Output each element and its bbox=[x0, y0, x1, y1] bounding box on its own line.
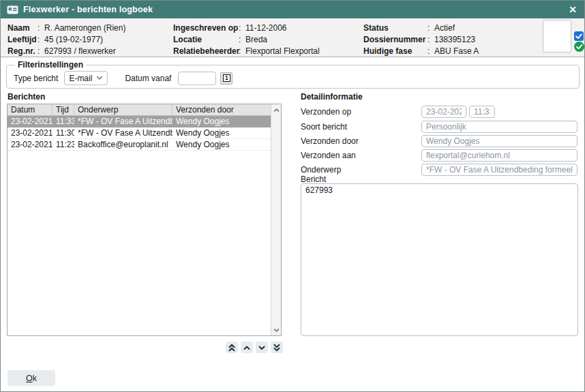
verzonden-op-label: Verzonden op bbox=[301, 107, 421, 117]
column-header-tijd[interactable]: Tijd bbox=[52, 104, 74, 115]
field-value: R. Aamerongen (Rien) bbox=[44, 22, 125, 34]
record-navigation bbox=[226, 342, 283, 353]
green-check-icon bbox=[574, 42, 584, 52]
field-value: Actief bbox=[434, 22, 455, 34]
verzonden-aan-input[interactable] bbox=[421, 149, 578, 162]
field-separator: : bbox=[38, 46, 44, 57]
datum-vanaf-label: Datum vanaf bbox=[125, 74, 171, 83]
ok-button[interactable]: Ok bbox=[7, 370, 55, 386]
header-field-dossiernummer: Dossiernummer : 138395123 bbox=[363, 34, 479, 46]
header-field-naam: Naam : R. Aamerongen (Rien) bbox=[7, 22, 125, 34]
field-separator: : bbox=[427, 34, 434, 46]
ok-button-label: Ok bbox=[7, 374, 55, 383]
field-value: Breda bbox=[245, 34, 267, 46]
table-header-row: Datum Tijd Onderwerp Verzonden door bbox=[7, 104, 271, 116]
field-label: Locatie bbox=[173, 34, 239, 46]
cell-tijd: 11:23 bbox=[52, 139, 74, 150]
header-column-2: Ingeschreven op : 11-12-2006 Locatie : B… bbox=[173, 22, 320, 57]
vertical-scrollbar[interactable] bbox=[271, 104, 281, 335]
photo-placeholder bbox=[543, 20, 571, 52]
next-record-button[interactable] bbox=[256, 342, 268, 353]
verzonden-aan-label: Verzonden aan bbox=[301, 151, 421, 160]
header-column-1: Naam : R. Aamerongen (Rien) Leeftijd : 4… bbox=[7, 22, 125, 57]
contact-card-icon bbox=[7, 5, 18, 14]
calendar-icon[interactable]: 1 bbox=[220, 72, 232, 85]
header-column-3: Status : Actief Dossiernummer : 13839512… bbox=[363, 22, 479, 57]
onderwerp-label: Onderwerp bbox=[301, 165, 421, 175]
verzonden-op-time-input[interactable] bbox=[469, 106, 495, 118]
filter-settings-legend: Filterinstellingen bbox=[15, 60, 86, 70]
bericht-label: Bericht bbox=[301, 175, 326, 184]
chevron-up-icon bbox=[242, 343, 252, 352]
last-record-button[interactable] bbox=[271, 342, 283, 353]
column-header-datum[interactable]: Datum bbox=[7, 104, 52, 115]
filter-row: Type bericht E-mail Datum vanaf 1 bbox=[14, 71, 579, 85]
onderwerp-input[interactable] bbox=[421, 164, 578, 176]
person-info-header: Naam : R. Aamerongen (Rien) Leeftijd : 4… bbox=[1, 18, 584, 57]
berichten-title: Berichten bbox=[7, 92, 45, 102]
cell-onderwerp: Backoffice@europlanit.nl bbox=[74, 139, 172, 150]
column-header-verzonden-door[interactable]: Verzonden door bbox=[172, 104, 271, 115]
blue-checkbox[interactable] bbox=[574, 31, 584, 41]
soort-bericht-input[interactable] bbox=[421, 121, 578, 133]
header-field-leeftijd: Leeftijd : 45 (19-02-1977) bbox=[7, 34, 125, 46]
cell-onderwerp: *FW - OV Fase A Uitzendb... bbox=[74, 127, 172, 138]
table-row[interactable]: 23-02-2021 11:30 *FW - OV Fase A Uitzend… bbox=[7, 127, 271, 139]
field-label: Huidige fase bbox=[363, 46, 427, 57]
field-separator: : bbox=[38, 34, 44, 46]
double-chevron-up-icon bbox=[227, 343, 237, 352]
field-label: Dossiernummer bbox=[363, 34, 427, 46]
detail-row-verzonden-aan: Verzonden aan bbox=[301, 149, 578, 162]
cell-datum: 23-02-2021 bbox=[7, 116, 52, 127]
verzonden-door-label: Verzonden door bbox=[301, 136, 421, 146]
header-field-relatiebeheerder: Relatiebeheerder : Flexportal Flexportal bbox=[173, 46, 320, 57]
field-value: 627993 / flexwerker bbox=[44, 46, 116, 57]
field-separator: : bbox=[427, 22, 434, 34]
type-bericht-label: Type bericht bbox=[14, 74, 58, 83]
field-separator: : bbox=[38, 22, 44, 34]
cell-datum: 23-02-2021 bbox=[7, 127, 52, 138]
field-value: 11-12-2006 bbox=[245, 22, 287, 34]
field-value: ABU Fase A bbox=[434, 46, 479, 57]
header-field-locatie: Locatie : Breda bbox=[173, 34, 320, 46]
close-button[interactable]: ✕ bbox=[567, 5, 578, 14]
cell-datum: 23-02-2021 bbox=[7, 139, 52, 150]
detail-row-verzonden-op: Verzonden op bbox=[301, 106, 495, 118]
field-separator: : bbox=[427, 46, 434, 57]
field-label: Reg.nr. bbox=[7, 46, 38, 57]
header-field-regnr: Reg.nr. : 627993 / flexwerker bbox=[7, 46, 125, 57]
field-separator: : bbox=[239, 46, 245, 57]
type-bericht-select[interactable]: E-mail bbox=[64, 71, 108, 85]
previous-record-button[interactable] bbox=[241, 342, 253, 353]
type-bericht-value: E-mail bbox=[69, 74, 92, 83]
table-row[interactable]: 23-02-2021 11:33 *FW - OV Fase A Uitzend… bbox=[7, 116, 271, 127]
cell-verzonden-door: Wendy Oogjes bbox=[172, 127, 271, 138]
cell-verzonden-door: Wendy Oogjes bbox=[172, 116, 271, 127]
header-field-huidige-fase: Huidige fase : ABU Fase A bbox=[363, 46, 479, 57]
header-field-status: Status : Actief bbox=[363, 22, 479, 34]
scroll-up-icon[interactable] bbox=[271, 105, 281, 115]
detail-title: Detailinformatie bbox=[301, 92, 363, 102]
scroll-down-icon[interactable] bbox=[271, 325, 281, 335]
field-label: Naam bbox=[7, 22, 38, 34]
window-title: Flexwerker - berichten logboek bbox=[23, 5, 153, 14]
verzonden-door-input[interactable] bbox=[421, 135, 578, 147]
calendar-glyph: 1 bbox=[223, 74, 230, 82]
verzonden-op-date-input[interactable] bbox=[421, 106, 466, 118]
table-row[interactable]: 23-02-2021 11:23 Backoffice@europlanit.n… bbox=[7, 139, 271, 151]
field-value: 138395123 bbox=[434, 34, 475, 46]
cell-verzonden-door: Wendy Oogjes bbox=[172, 139, 271, 150]
column-header-onderwerp[interactable]: Onderwerp bbox=[74, 104, 172, 115]
cell-tijd: 11:33 bbox=[52, 116, 74, 127]
first-record-button[interactable] bbox=[226, 342, 238, 353]
field-separator: : bbox=[239, 22, 245, 34]
cell-onderwerp: *FW - OV Fase A Uitzendb... bbox=[74, 116, 172, 127]
chevron-down-icon bbox=[257, 343, 267, 352]
detail-row-verzonden-door: Verzonden door bbox=[301, 135, 578, 147]
chevron-down-icon bbox=[96, 76, 103, 80]
bericht-textarea[interactable]: 627993 bbox=[301, 183, 578, 336]
double-chevron-down-icon bbox=[272, 343, 282, 352]
datum-vanaf-input[interactable] bbox=[178, 72, 216, 85]
soort-bericht-label: Soort bericht bbox=[301, 122, 421, 132]
field-value: 45 (19-02-1977) bbox=[44, 34, 103, 46]
